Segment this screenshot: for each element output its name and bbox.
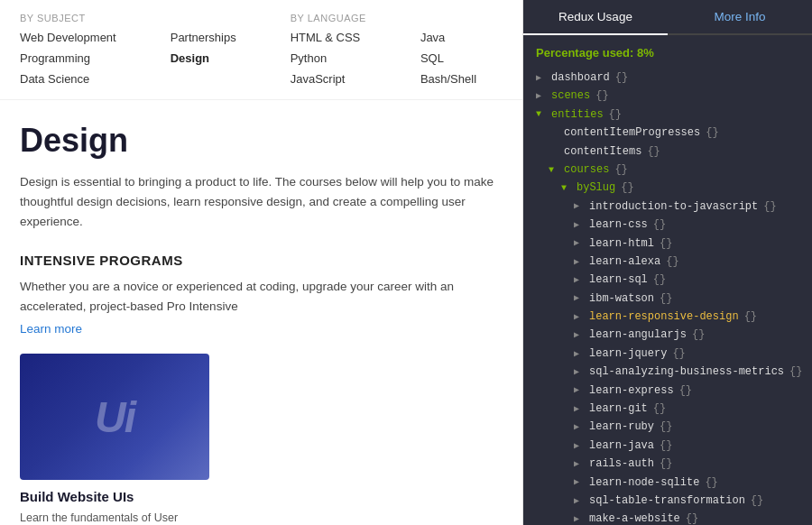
nav-web-dev[interactable]: Web Development — [20, 29, 116, 48]
arrow-right-icon: ▶ — [574, 382, 586, 398]
tree-node-type: {} — [672, 345, 685, 363]
tree-node-name: learn-jquery — [589, 345, 667, 363]
tree-node-type: {} — [660, 235, 672, 253]
tree-node-name: learn-sql — [589, 271, 648, 289]
learn-more-link[interactable]: Learn more — [20, 322, 82, 336]
arrow-right-icon: ▶ — [574, 401, 586, 417]
tree-item-learn-express[interactable]: ▶learn-express {} — [536, 382, 799, 400]
tree-node-type: {} — [660, 437, 672, 455]
tree-node-name: introduction-to-javascript — [589, 198, 758, 216]
tree-item-dashboard[interactable]: ▶dashboard {} — [536, 69, 799, 87]
tree-node-name: learn-html — [589, 235, 654, 253]
tree-node-type: {} — [660, 290, 672, 308]
by-subject-label: BY SUBJECT — [20, 13, 116, 23]
card-image[interactable]: Ui — [20, 354, 209, 480]
arrow-right-icon: ▶ — [574, 493, 586, 509]
arrow-right-icon: ▶ — [574, 309, 586, 325]
tree-node-name: sql-table-transformation — [589, 492, 745, 510]
tree-item-rails-auth[interactable]: ▶rails-auth {} — [536, 455, 799, 473]
nav-data-science[interactable]: Data Science — [20, 70, 116, 89]
tree-node-name: entities — [551, 106, 604, 124]
panel-content: Percentage used: 8% ▶dashboard {}▶scenes… — [523, 35, 812, 525]
tree-node-type: {} — [653, 216, 666, 234]
arrow-right-icon: ▶ — [574, 474, 586, 490]
nav-javascript[interactable]: JavaScript — [291, 70, 366, 89]
tree-item-learn-responsive-design[interactable]: ▶learn-responsive-design {} — [536, 308, 799, 326]
percentage-value: 8% — [637, 46, 654, 60]
percentage-line: Percentage used: 8% — [536, 46, 799, 60]
tab-more-info[interactable]: More Info — [668, 0, 812, 33]
tree-node-name: learn-express — [589, 382, 674, 400]
arrow-right-icon: ▶ — [574, 254, 586, 270]
tree-item-introduction-to-javascript[interactable]: ▶introduction-to-javascript {} — [536, 198, 799, 216]
tree-item-sql-table-transformation[interactable]: ▶sql-table-transformation {} — [536, 492, 799, 510]
language-col2: . Java SQL Bash/Shell — [420, 13, 476, 88]
tree-node-name: contentItemProgresses — [564, 124, 700, 142]
tree-item-entities[interactable]: ▼entities {} — [536, 106, 799, 124]
tree-item-learn-sql[interactable]: ▶learn-sql {} — [536, 271, 799, 289]
arrow-down-icon: ▼ — [536, 106, 549, 122]
tree-item-learn-java[interactable]: ▶learn-java {} — [536, 437, 799, 455]
tree-item-learn-css[interactable]: ▶learn-css {} — [536, 216, 799, 234]
tree-node-type: {} — [751, 492, 763, 510]
tabs-bar: Redux Usage More Info — [523, 0, 812, 35]
nav-section: BY SUBJECT Web Development Programming D… — [0, 0, 522, 100]
tree-item-ibm-watson[interactable]: ▶ibm-watson {} — [536, 290, 799, 308]
tree-item-learn-jquery[interactable]: ▶learn-jquery {} — [536, 345, 799, 363]
tree-node-name: learn-responsive-design — [589, 308, 739, 326]
tree-node-name: courses — [564, 161, 609, 179]
arrow-right-icon: ▶ — [574, 456, 586, 472]
nav-java[interactable]: Java — [420, 29, 476, 48]
tree-item-learn-html[interactable]: ▶learn-html {} — [536, 235, 799, 253]
percentage-label: Percentage used: — [536, 46, 633, 60]
tree-item-learn-alexa[interactable]: ▶learn-alexa {} — [536, 253, 799, 271]
tree-item-scenes[interactable]: ▶scenes {} — [536, 87, 799, 105]
right-panel: Redux Usage More Info Percentage used: 8… — [523, 0, 812, 525]
nav-html-css[interactable]: HTML & CSS — [291, 29, 366, 48]
nav-python[interactable]: Python — [291, 50, 366, 69]
tree-item-learn-node-sqlite[interactable]: ▶learn-node-sqlite {} — [536, 474, 799, 492]
tree-item-learn-git[interactable]: ▶learn-git {} — [536, 400, 799, 418]
arrow-right-icon: ▶ — [574, 327, 586, 343]
tree-item-make-a-website[interactable]: ▶make-a-website {} — [536, 510, 799, 525]
partnerships-col: . Partnerships Design — [171, 13, 236, 88]
tree-node-type: {} — [660, 455, 672, 473]
arrow-right-icon: ▶ — [574, 419, 586, 435]
tree-item-learn-angularjs[interactable]: ▶learn-angularjs {} — [536, 326, 799, 344]
tree-node-name: learn-ruby — [589, 418, 654, 436]
nav-sql[interactable]: SQL — [420, 50, 476, 69]
tab-redux-usage[interactable]: Redux Usage — [523, 0, 668, 35]
tree-node-name: bySlug — [577, 179, 615, 197]
tree-node-name: sql-analyzing-business-metrics — [589, 363, 784, 381]
tree-item-contentItemProgresses[interactable]: ▶contentItemProgresses {} — [536, 124, 799, 142]
tree-node-type: {} — [595, 87, 608, 105]
tree-item-sql-analyzing-business-metrics[interactable]: ▶sql-analyzing-business-metrics {} — [536, 363, 799, 381]
arrow-right-icon: ▶ — [574, 364, 586, 380]
arrow-down-icon: ▼ — [549, 162, 561, 178]
tree-node-type: {} — [706, 124, 718, 142]
intensive-desc: Whether you are a novice or experienced … — [20, 277, 503, 316]
nav-partnerships[interactable]: Partnerships — [171, 29, 236, 48]
tree-item-courses[interactable]: ▼courses {} — [536, 161, 799, 179]
tree-node-name: make-a-website — [589, 510, 680, 525]
tree-node-type: {} — [615, 69, 628, 87]
arrow-right-icon: ▶ — [536, 70, 549, 86]
page-description: Design is essential to bringing a produc… — [20, 172, 503, 231]
nav-design[interactable]: Design — [171, 50, 236, 69]
tree-item-bySlug[interactable]: ▼bySlug {} — [536, 179, 799, 197]
tree-node-type: {} — [692, 326, 705, 344]
arrow-right-icon: ▶ — [574, 438, 586, 454]
tree-node-name: learn-git — [589, 400, 648, 418]
arrow-down-icon: ▼ — [561, 180, 574, 196]
tree-node-type: {} — [653, 271, 666, 289]
subject-col: BY SUBJECT Web Development Programming D… — [20, 13, 116, 88]
tree-item-contentItems[interactable]: ▶contentItems {} — [536, 143, 799, 161]
tree-node-type: {} — [763, 198, 776, 216]
tree-item-learn-ruby[interactable]: ▶learn-ruby {} — [536, 418, 799, 436]
tree-node-type: {} — [666, 253, 678, 271]
tree-node-name: learn-angularjs — [589, 326, 687, 344]
language-col1: BY LANGUAGE HTML & CSS Python JavaScript — [291, 13, 366, 88]
nav-programming[interactable]: Programming — [20, 50, 116, 69]
nav-bash[interactable]: Bash/Shell — [420, 70, 476, 89]
tree-node-name: learn-java — [589, 437, 654, 455]
